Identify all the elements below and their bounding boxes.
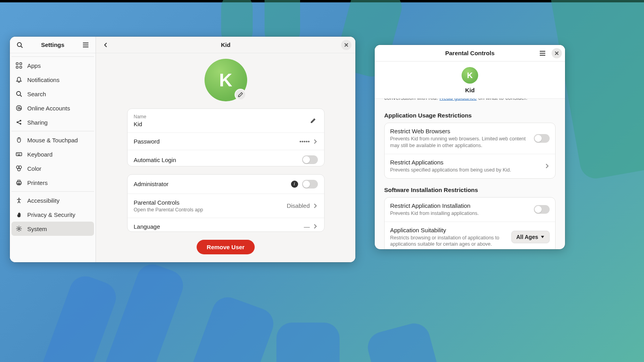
user-info-card: Name Kid Password ••••• Automatic Login: [127, 108, 325, 166]
name-row[interactable]: Name Kid: [128, 109, 324, 133]
accessibility-icon: [15, 197, 23, 204]
usage-section-title: Application Usage Restrictions: [384, 112, 556, 119]
parental-header: Parental Controls: [375, 45, 565, 62]
restrict-browsers-title: Restrict Web Browsers: [390, 128, 534, 134]
gear-icon: [15, 225, 23, 232]
parental-scroll[interactable]: conversation with Kid. Read guidance on …: [375, 98, 565, 249]
svg-line-17: [18, 123, 20, 124]
svg-point-14: [20, 120, 21, 121]
sidebar-item-label: Apps: [27, 62, 41, 69]
sidebar-item-label: Online Accounts: [27, 105, 70, 112]
language-label: Language: [134, 223, 304, 230]
sidebar-item-label: Privacy & Security: [27, 211, 75, 218]
sidebar-title: Settings: [41, 41, 64, 48]
restrict-install-title: Restrict Application Installation: [390, 202, 534, 209]
pencil-icon[interactable]: [308, 116, 318, 125]
sidebar-item-accessibility[interactable]: Accessibility: [11, 193, 94, 207]
settings-window: Settings Apps Notifications Search Onlin…: [10, 37, 355, 262]
svg-rect-29: [18, 180, 20, 182]
administrator-label: Administrator: [134, 181, 291, 187]
parental-sublabel: Open the Parental Controls app: [134, 207, 287, 213]
close-button[interactable]: [552, 48, 562, 58]
bell-icon: [15, 76, 23, 83]
mouse-icon: [15, 136, 23, 144]
svg-point-36: [18, 228, 20, 230]
info-icon[interactable]: i: [291, 181, 298, 188]
settings-sidebar: Settings Apps Notifications Search Onlin…: [10, 37, 96, 262]
sidebar-item-label: System: [27, 226, 47, 232]
hand-icon: [15, 211, 23, 218]
settings-content: Kid K Name Kid: [96, 37, 355, 262]
avatar-wrap: K: [205, 59, 247, 101]
sidebar-item-privacy[interactable]: Privacy & Security: [11, 207, 94, 222]
svg-rect-20: [16, 153, 22, 156]
parental-row[interactable]: Parental Controls Open the Parental Cont…: [128, 194, 324, 218]
suitability-row: Application Suitability Restricts browsi…: [385, 222, 555, 250]
svg-line-16: [18, 121, 20, 122]
parental-window: Parental Controls K Kid conversation wit…: [375, 45, 565, 249]
svg-rect-28: [17, 182, 21, 184]
autologin-row: Automatic Login: [128, 150, 324, 166]
svg-line-1: [21, 46, 23, 48]
restrict-browsers-desc: Prevents Kid from running web browsers. …: [390, 136, 534, 149]
sidebar-item-notifications[interactable]: Notifications: [11, 73, 94, 87]
remove-user-button[interactable]: Remove User: [197, 240, 255, 254]
svg-line-35: [19, 201, 20, 203]
avatar-edit-button[interactable]: [235, 89, 246, 101]
restrict-apps-desc: Prevents specified applications from bei…: [390, 167, 544, 174]
suitability-desc: Restricts browsing or installation of ap…: [390, 235, 511, 248]
hamburger-icon[interactable]: [537, 47, 548, 59]
language-row[interactable]: Language —: [128, 218, 324, 232]
suitability-dropdown[interactable]: All Ages: [511, 231, 550, 243]
sidebar-item-online-accounts[interactable]: Online Accounts: [11, 101, 94, 115]
sidebar-item-search[interactable]: Search: [11, 87, 94, 101]
sidebar-item-system[interactable]: System: [11, 222, 94, 236]
sidebar-item-printers[interactable]: Printers: [11, 175, 94, 190]
restrict-apps-title: Restrict Applications: [390, 159, 544, 166]
back-button[interactable]: [100, 39, 112, 51]
sidebar-item-sharing[interactable]: Sharing: [11, 115, 94, 129]
usage-card: Restrict Web Browsers Prevents Kid from …: [384, 123, 556, 179]
restrict-install-row: Restrict Application Installation Preven…: [385, 198, 555, 222]
restrict-install-desc: Prevents Kid from installing application…: [390, 210, 534, 217]
hamburger-icon[interactable]: [80, 39, 92, 51]
guidance-link[interactable]: Read guidance: [439, 98, 477, 101]
sidebar-item-apps[interactable]: Apps: [11, 58, 94, 73]
restrict-apps-row[interactable]: Restrict Applications Prevents specified…: [385, 154, 555, 178]
at-icon: [15, 104, 23, 112]
restrict-browsers-row: Restrict Web Browsers Prevents Kid from …: [385, 123, 555, 154]
sidebar-item-label: Search: [27, 91, 46, 97]
svg-marker-44: [541, 236, 544, 238]
password-value: •••••: [299, 138, 310, 145]
svg-line-10: [20, 95, 22, 97]
sidebar-item-mouse[interactable]: Mouse & Touchpad: [11, 133, 94, 147]
parental-label: Parental Controls: [134, 199, 287, 206]
restrict-browsers-toggle[interactable]: [534, 134, 550, 143]
palette-icon: [15, 165, 23, 172]
svg-point-31: [19, 198, 20, 199]
sidebar-item-label: Accessibility: [27, 197, 60, 204]
page-title: Kid: [96, 41, 355, 48]
sidebar-item-keyboard[interactable]: Keyboard: [11, 147, 94, 161]
sidebar-item-label: Sharing: [27, 119, 48, 126]
administrator-toggle[interactable]: [302, 180, 318, 188]
search-icon[interactable]: [14, 39, 26, 51]
user-admin-card: Administrator i Parental Controls Open t…: [127, 174, 325, 232]
close-button[interactable]: [341, 40, 351, 50]
administrator-row: Administrator i: [128, 175, 324, 194]
restrict-install-toggle[interactable]: [534, 205, 550, 214]
guidance-text: conversation with Kid. Read guidance on …: [384, 98, 556, 101]
apps-icon: [15, 62, 23, 69]
chevron-right-icon: [312, 203, 318, 209]
sidebar-item-color[interactable]: Color: [11, 161, 94, 175]
sidebar-item-label: Notifications: [27, 77, 60, 83]
password-label: Password: [134, 138, 300, 145]
keyboard-icon: [15, 151, 23, 158]
name-label: Name: [134, 114, 308, 119]
password-row[interactable]: Password •••••: [128, 133, 324, 150]
avatar: K: [462, 67, 478, 84]
parental-username: Kid: [465, 87, 475, 93]
svg-point-9: [17, 91, 21, 95]
autologin-toggle[interactable]: [302, 155, 318, 164]
svg-rect-8: [20, 66, 22, 68]
